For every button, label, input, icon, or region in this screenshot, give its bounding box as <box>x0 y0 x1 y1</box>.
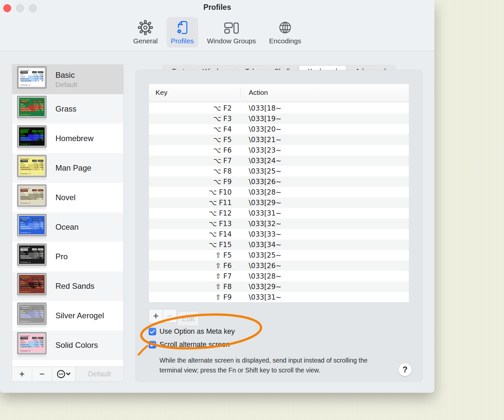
profile-row-red-sands[interactable]: Terminal#COMMAND%CPURPRVTtop4.1% 231KXco… <box>12 271 123 301</box>
scroll-alternate-screen-checkbox[interactable] <box>149 341 156 348</box>
key-cell: ⇧ F7 <box>149 272 232 280</box>
profile-thumbnail: Terminal#COMMAND%CPURPRVTtop4.1% 231KXco… <box>17 332 46 358</box>
add-profile-button[interactable]: + <box>12 367 32 381</box>
key-cell: ⌥ F13 <box>149 220 232 228</box>
profile-thumbnail: Terminal#COMMAND%CPURPRVTtop4.1% 231KXco… <box>17 273 46 299</box>
action-cell: \033[33~ <box>232 230 409 238</box>
edit-key-button[interactable]: Edit <box>177 311 199 326</box>
profile-row-solid-colors[interactable]: Terminal#COMMAND%CPURPRVTtop4.1% 231KXco… <box>12 330 123 360</box>
profile-row-silver-aerogel[interactable]: Terminal#COMMAND%CPURPRVTtop4.1% 231KXco… <box>12 301 123 330</box>
gear-icon <box>138 20 153 35</box>
remove-key-button[interactable]: − <box>163 309 177 323</box>
keymap-row[interactable]: ⌥ F9\033[26~ <box>149 177 409 187</box>
keymap-table-body: ⌥ F2\033[18~⌥ F3\033[19~⌥ F4\033[20~⌥ F5… <box>149 101 409 303</box>
keymap-row[interactable]: ⇧ F9\033[31~ <box>149 292 409 303</box>
key-cell: ⌥ F7 <box>149 157 232 165</box>
keymap-row[interactable]: ⌥ F14\033[33~ <box>149 229 409 240</box>
profile-name: Man Page <box>55 163 91 173</box>
key-cell: ⌥ F10 <box>149 188 232 196</box>
toolbar-item-general[interactable]: General <box>129 17 162 48</box>
keymap-row[interactable]: ⌥ F12\033[31~ <box>149 208 409 219</box>
keymap-row[interactable]: ⌥ F7\033[24~ <box>149 156 409 166</box>
profile-name: Homebrew <box>55 134 94 143</box>
keymap-row[interactable]: ⌥ F13\033[32~ <box>149 219 409 229</box>
action-cell: \033[23~ <box>232 146 409 154</box>
profile-name: Basic <box>55 71 77 80</box>
key-cell: ⌥ F15 <box>149 241 232 249</box>
window-title: Profiles <box>0 3 434 12</box>
action-cell: \033[28~ <box>232 272 409 280</box>
profile-row-homebrew[interactable]: Terminal#COMMAND%CPURPRVTtop4.1% 231KXco… <box>12 124 123 153</box>
key-cell: ⌥ F4 <box>149 125 232 133</box>
toolbar: General Profiles <box>0 17 434 48</box>
keymap-row[interactable]: ⇧ F5\033[25~ <box>149 250 409 261</box>
profile-row-pro[interactable]: Terminal#COMMAND%CPURPRVTtop4.1% 231KXco… <box>12 242 123 271</box>
action-cell: \033[34~ <box>232 241 409 249</box>
keymap-row[interactable]: ⌥ F3\033[19~ <box>149 114 409 124</box>
action-cell: \033[26~ <box>232 178 409 186</box>
key-cell: ⌥ F14 <box>149 230 232 238</box>
column-header-action[interactable]: Action <box>249 89 268 96</box>
keymap-row[interactable]: ⌥ F8\033[25~ <box>149 166 409 177</box>
keymap-row[interactable]: ⇧ F8\033[29~ <box>149 282 409 292</box>
toolbar-item-encodings[interactable]: Encodings <box>265 17 305 48</box>
check-icon <box>150 330 155 334</box>
toolbar-item-window-groups[interactable]: Window Groups <box>203 17 260 48</box>
profile-thumbnail: Terminal#COMMAND%CPURPRVTtop4.1% 231KXco… <box>17 244 46 269</box>
action-cell: \033[31~ <box>232 293 409 301</box>
profile-name: Grass <box>55 104 76 114</box>
keymap-row[interactable]: ⌥ F4\033[20~ <box>149 124 409 135</box>
use-option-as-meta-checkbox[interactable] <box>149 328 156 335</box>
profile-name: Pro <box>55 252 68 261</box>
profile-thumbnail: Terminal#COMMAND%CPURPRVTtop4.1% 231KXco… <box>17 96 46 122</box>
remove-profile-button[interactable]: − <box>32 367 52 381</box>
check-icon <box>150 343 155 347</box>
profile-name: Novel <box>55 193 75 202</box>
keymap-row[interactable]: ⇧ F7\033[28~ <box>149 271 409 282</box>
action-cell: \033[21~ <box>232 136 409 144</box>
key-cell: ⌥ F6 <box>149 146 232 154</box>
keymap-row[interactable]: ⌥ F10\033[28~ <box>149 187 409 198</box>
column-header-key[interactable]: Key <box>156 89 167 96</box>
key-cell: ⇧ F5 <box>149 251 232 259</box>
preferences-window: Profiles General <box>0 0 434 393</box>
toolbar-item-profiles[interactable]: Profiles <box>167 17 198 48</box>
profile-thumbnail: Terminal#COMMAND%CPURPRVTtop4.1% 231KXco… <box>17 214 46 240</box>
profile-thumbnail: Terminal#COMMAND%CPURPRVTtop4.1% 231KXco… <box>17 155 46 181</box>
keymap-row[interactable]: ⌥ F11\033[29~ <box>149 198 409 208</box>
profile-actions-menu-button[interactable] <box>52 367 75 381</box>
keymap-buttons: + − Edit <box>149 309 199 326</box>
titlebar: Profiles General <box>0 0 434 51</box>
profile-thumbnail: Terminal#COMMAND%CPURPRVTtop4.1% 231KXco… <box>17 67 46 92</box>
profile-thumbnail: Terminal#COMMAND%CPURPRVTtop4.1% 231KXco… <box>17 126 46 151</box>
profile-row-novel[interactable]: Terminal#COMMAND%CPURPRVTtop4.1% 231KXco… <box>12 183 123 212</box>
add-key-button[interactable]: + <box>149 309 163 323</box>
profile-name: Red Sands <box>55 282 94 291</box>
globe-icon <box>278 20 293 35</box>
action-cell: \033[20~ <box>232 125 409 133</box>
profile-row-man-page[interactable]: Terminal#COMMAND%CPURPRVTtop4.1% 231KXco… <box>12 153 123 183</box>
profile-subtitle: Default <box>55 81 77 89</box>
sidebar-bottom-bar: + − Default <box>12 367 123 381</box>
keymap-row[interactable]: ⌥ F2\033[18~ <box>149 103 409 114</box>
key-cell: ⌥ F3 <box>149 115 232 123</box>
action-cell: \033[25~ <box>232 167 409 175</box>
profile-row-basic[interactable]: Terminal#COMMAND%CPURPRVTtop4.1% 231KXco… <box>12 65 123 94</box>
set-default-button[interactable]: Default <box>75 367 123 381</box>
keymap-row[interactable]: ⌥ F6\033[23~ <box>149 145 409 156</box>
use-option-as-meta-checkbox-row: Use Option as Meta key <box>149 327 235 336</box>
ellipsis-circle-chevron-icon <box>56 369 71 379</box>
profile-row-grass[interactable]: Terminal#COMMAND%CPURPRVTtop4.1% 231KXco… <box>12 94 123 124</box>
column-divider[interactable] <box>240 88 241 98</box>
profile-name: Silver Aerogel <box>55 311 104 320</box>
keymap-row[interactable]: ⇧ F6\033[26~ <box>149 261 409 271</box>
profile-name: Ocean <box>55 222 79 232</box>
action-cell: \033[29~ <box>232 199 409 207</box>
keymap-row[interactable]: ⌥ F5\033[21~ <box>149 135 409 145</box>
help-button[interactable]: ? <box>398 363 412 376</box>
keymap-row[interactable]: ⌥ F15\033[34~ <box>149 240 409 250</box>
action-cell: \033[31~ <box>232 209 409 217</box>
window-groups-icon <box>223 20 240 35</box>
profile-row-ocean[interactable]: Terminal#COMMAND%CPURPRVTtop4.1% 231KXco… <box>12 212 123 242</box>
action-cell: \033[18~ <box>232 104 409 112</box>
